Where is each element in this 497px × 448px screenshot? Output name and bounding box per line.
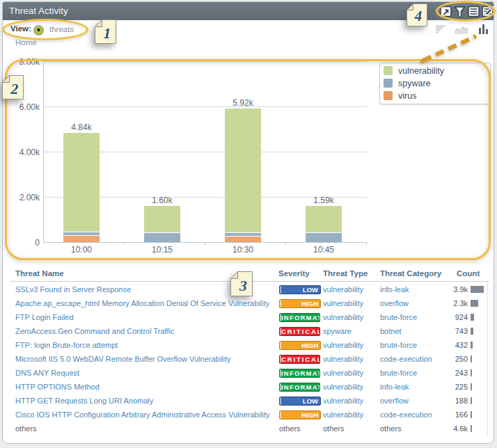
svg-text:2: 2 [10, 80, 19, 97]
svg-text:3: 3 [239, 277, 247, 294]
svg-text:1: 1 [104, 24, 111, 42]
svg-text:4: 4 [414, 8, 423, 24]
